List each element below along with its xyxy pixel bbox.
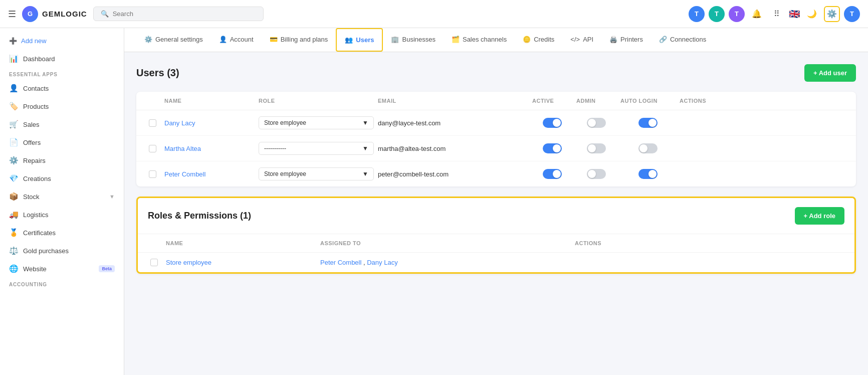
role-row-checkbox[interactable] <box>150 259 158 266</box>
row-checkbox-martha[interactable] <box>149 145 156 152</box>
sidebar-label-products: Products <box>23 103 49 110</box>
gear-icon[interactable]: ⚙️ <box>824 6 840 22</box>
col-name: NAME <box>164 98 255 104</box>
chevron-down-icon: ▼ <box>362 119 368 126</box>
sidebar-item-dashboard[interactable]: 📊 Dashboard <box>0 50 124 68</box>
tab-connections[interactable]: 🔗 Connections <box>651 29 714 51</box>
autologin-toggle-peter[interactable] <box>638 169 658 179</box>
roles-title: Roles & Permissions (1) <box>148 211 251 221</box>
add-role-button[interactable]: + Add role <box>795 207 844 225</box>
sidebar-item-repairs[interactable]: ⚙️ Repairs <box>0 151 124 169</box>
active-toggle-martha[interactable] <box>543 143 562 153</box>
assigned-peter[interactable]: Peter Combell <box>320 259 361 266</box>
logo-area: G GEMLOGIC <box>22 6 87 22</box>
col-actions: ACTIONS <box>680 98 720 104</box>
sidebar-item-creations[interactable]: 💎 Creations <box>0 169 124 188</box>
main-area: ➕ Add new 📊 Dashboard ESSENTIAL APPS 👤 C… <box>0 28 868 375</box>
autologin-toggle-dany[interactable] <box>638 118 658 128</box>
moon-icon[interactable]: 🌙 <box>804 6 820 22</box>
sidebar-item-sales[interactable]: 🛒 Sales <box>0 115 124 133</box>
sidebar-item-certificates[interactable]: 🏅 Certificates <box>0 224 124 242</box>
col-admin: ADMIN <box>576 98 616 104</box>
repairs-icon: ⚙️ <box>9 156 18 165</box>
sidebar-label-website: Website <box>23 265 47 273</box>
avatar-t1[interactable]: T <box>689 6 705 22</box>
admin-toggle-peter[interactable] <box>587 169 606 179</box>
avatar-t4[interactable]: T <box>844 6 860 22</box>
add-new-button[interactable]: ➕ Add new <box>0 32 124 50</box>
sidebar-item-logistics[interactable]: 🚚 Logistics <box>0 206 124 224</box>
role-value-peter: Store employee <box>264 170 306 177</box>
sidebar-item-offers[interactable]: 📄 Offers <box>0 133 124 151</box>
role-value-martha: ----------- <box>264 145 286 152</box>
user-name-peter[interactable]: Peter Combell <box>164 170 255 178</box>
user-name-dany[interactable]: Dany Lacy <box>164 119 255 127</box>
email-martha: martha@altea-test.com <box>378 145 528 152</box>
search-bar[interactable]: 🔍 <box>93 7 264 21</box>
assigned-dany[interactable]: Dany Lacy <box>367 259 397 266</box>
offers-icon: 📄 <box>9 138 18 147</box>
role-select-peter[interactable]: Store employee ▼ <box>259 167 374 180</box>
add-user-button[interactable]: + Add user <box>804 64 856 82</box>
active-toggle-peter[interactable] <box>543 169 562 179</box>
sidebar-item-gold-purchases[interactable]: ⚖️ Gold purchases <box>0 242 124 260</box>
tab-printers[interactable]: 🖨️ Printers <box>601 29 651 51</box>
sidebar-item-contacts[interactable]: 👤 Contacts <box>0 79 124 97</box>
sidebar-label-gold: Gold purchases <box>23 247 69 255</box>
sidebar-item-products[interactable]: 🏷️ Products <box>0 97 124 115</box>
col-auto-login: AUTO LOGIN <box>620 98 676 104</box>
sidebar-label-offers: Offers <box>23 139 41 146</box>
top-bar: ☰ G GEMLOGIC 🔍 T T T 🔔 ⠿ 🇬🇧 🌙 ⚙️ T <box>0 0 868 28</box>
active-toggle-dany[interactable] <box>543 118 562 128</box>
sidebar-item-stock[interactable]: 📦 Stock ▼ <box>0 188 124 206</box>
sidebar-label-contacts: Contacts <box>23 85 49 92</box>
user-name-martha[interactable]: Martha Altea <box>164 145 255 152</box>
products-icon: 🏷️ <box>9 102 18 111</box>
tab-businesses[interactable]: 🏢 Businesses <box>383 29 443 51</box>
roles-col-actions: ACTIONS <box>575 240 846 246</box>
tab-general-label: General settings <box>155 36 203 43</box>
tab-credits[interactable]: 🪙 Credits <box>515 29 562 51</box>
add-new-label: Add new <box>21 37 47 45</box>
admin-toggle-dany[interactable] <box>587 118 606 128</box>
row-checkbox-peter[interactable] <box>149 170 156 178</box>
role-select-martha[interactable]: ----------- ▼ <box>259 142 374 155</box>
tab-account[interactable]: 👤 Account <box>211 29 262 51</box>
menu-icon[interactable]: ☰ <box>8 9 16 20</box>
settings-tabs: ⚙️ General settings 👤 Account 💳 Billing … <box>124 28 868 52</box>
sales-icon: 🛒 <box>9 120 18 129</box>
row-checkbox-dany[interactable] <box>149 119 156 127</box>
page-content: Users (3) + Add user NAME ROLE EMAIL ACT… <box>124 52 868 286</box>
search-input[interactable] <box>113 10 256 18</box>
top-bar-right: T T T 🔔 ⠿ 🇬🇧 🌙 ⚙️ T <box>689 6 860 22</box>
sidebar-item-website[interactable]: 🌐 Website Beta <box>0 260 124 278</box>
apps-icon[interactable]: ⠿ <box>769 6 785 22</box>
autologin-toggle-martha[interactable] <box>638 143 658 153</box>
avatar-t3[interactable]: T <box>729 6 745 22</box>
tab-billing[interactable]: 💳 Billing and plans <box>262 29 336 51</box>
role-assigned-to: Peter Combell , Dany Lacy <box>320 259 571 266</box>
roles-table-header: NAME ASSIGNED TO ACTIONS <box>138 234 854 253</box>
table-row: Store employee Peter Combell , Dany Lacy <box>138 253 854 272</box>
role-name[interactable]: Store employee <box>166 259 316 266</box>
tab-users[interactable]: 👥 Users <box>336 28 383 52</box>
flag-icon[interactable]: 🇬🇧 <box>789 9 800 20</box>
tab-general[interactable]: ⚙️ General settings <box>136 29 211 51</box>
users-table: NAME ROLE EMAIL ACTIVE ADMIN AUTO LOGIN … <box>136 92 856 186</box>
admin-toggle-martha[interactable] <box>587 143 606 153</box>
add-icon: ➕ <box>9 37 17 45</box>
tab-businesses-label: Businesses <box>402 36 435 43</box>
role-select-dany[interactable]: Store employee ▼ <box>259 116 374 129</box>
bell-icon[interactable]: 🔔 <box>749 6 765 22</box>
tab-api[interactable]: </> API <box>562 29 601 51</box>
sales-channels-icon: 🗂️ <box>452 36 460 43</box>
tab-sales-channels[interactable]: 🗂️ Sales channels <box>444 29 515 51</box>
content-area: ⚙️ General settings 👤 Account 💳 Billing … <box>124 28 868 375</box>
stock-icon: 📦 <box>9 192 18 201</box>
certificates-icon: 🏅 <box>9 228 18 237</box>
avatar-t2[interactable]: T <box>709 6 725 22</box>
chevron-down-icon: ▼ <box>362 145 368 152</box>
roles-col-assigned: ASSIGNED TO <box>320 240 571 246</box>
col-email: EMAIL <box>378 98 528 104</box>
creations-icon: 💎 <box>9 174 18 183</box>
